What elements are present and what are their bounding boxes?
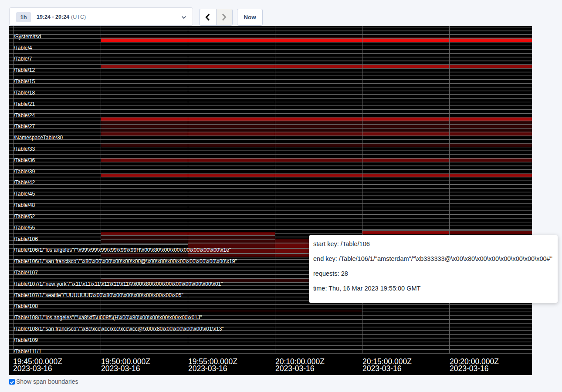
svg-text:/Table/21: /Table/21 — [14, 101, 35, 107]
svg-text:/Table/108: /Table/108 — [14, 303, 38, 309]
svg-text:/Table/106: /Table/106 — [14, 236, 38, 242]
svg-text:/NamespaceTable/30: /NamespaceTable/30 — [14, 135, 63, 141]
svg-text:/System/tsd: /System/tsd — [14, 34, 41, 40]
svg-text:/Table/42: /Table/42 — [14, 179, 35, 186]
svg-text:/Table/107/1/"seattle"/"UUUUUU: /Table/107/1/"seattle"/"UUUUUUD\x00\x80\… — [14, 292, 183, 298]
svg-text:/Table/24: /Table/24 — [14, 112, 35, 118]
svg-text:/Table/106/1/"los angeles"/"\x: /Table/106/1/"los angeles"/"\x99\x99\x99… — [14, 247, 231, 253]
svg-text:2023-03-16: 2023-03-16 — [101, 364, 140, 373]
svg-text:/Table/36: /Table/36 — [14, 157, 35, 163]
svg-text:/Table/45: /Table/45 — [14, 191, 35, 197]
svg-text:2023-03-16: 2023-03-16 — [188, 364, 227, 373]
svg-text:2023-03-16: 2023-03-16 — [13, 364, 52, 373]
svg-text:/Table/108/1/"los angeles"/"\x: /Table/108/1/"los angeles"/"\xa8\xf5\u00… — [14, 314, 202, 321]
svg-text:/Table/107/1/"new york"/"\x11\: /Table/107/1/"new york"/"\x11\x11\x11\x1… — [14, 281, 223, 287]
svg-text:/Table/107: /Table/107 — [14, 270, 38, 276]
svg-text:2023-03-16: 2023-03-16 — [275, 364, 315, 373]
svg-text:/Table/106/1/"san francisco"/": /Table/106/1/"san francisco"/"\x80\x00\x… — [14, 258, 237, 264]
svg-text:/Table/12: /Table/12 — [14, 67, 35, 73]
svg-text:/Table/4: /Table/4 — [14, 45, 32, 51]
svg-text:/Table/111/1: /Table/111/1 — [14, 348, 42, 355]
svg-text:/Table/109: /Table/109 — [14, 337, 38, 343]
svg-text:/Table/52: /Table/52 — [14, 213, 35, 220]
svg-text:/Table/7: /Table/7 — [14, 56, 32, 62]
svg-text:/Table/108/1/"san francisco"/": /Table/108/1/"san francisco"/"\x8c\xcc\x… — [14, 326, 224, 332]
svg-text:2023-03-16: 2023-03-16 — [450, 364, 489, 373]
svg-text:/Table/15: /Table/15 — [14, 78, 35, 84]
svg-text:/Table/39: /Table/39 — [14, 169, 35, 175]
svg-text:/Table/33: /Table/33 — [14, 146, 35, 152]
svg-text:2023-03-16: 2023-03-16 — [362, 364, 402, 373]
svg-text:/Table/18: /Table/18 — [14, 90, 35, 96]
svg-text:/Table/48: /Table/48 — [14, 202, 35, 208]
svg-text:/Table/27: /Table/27 — [14, 123, 35, 129]
svg-text:/Table/55: /Table/55 — [14, 225, 35, 231]
